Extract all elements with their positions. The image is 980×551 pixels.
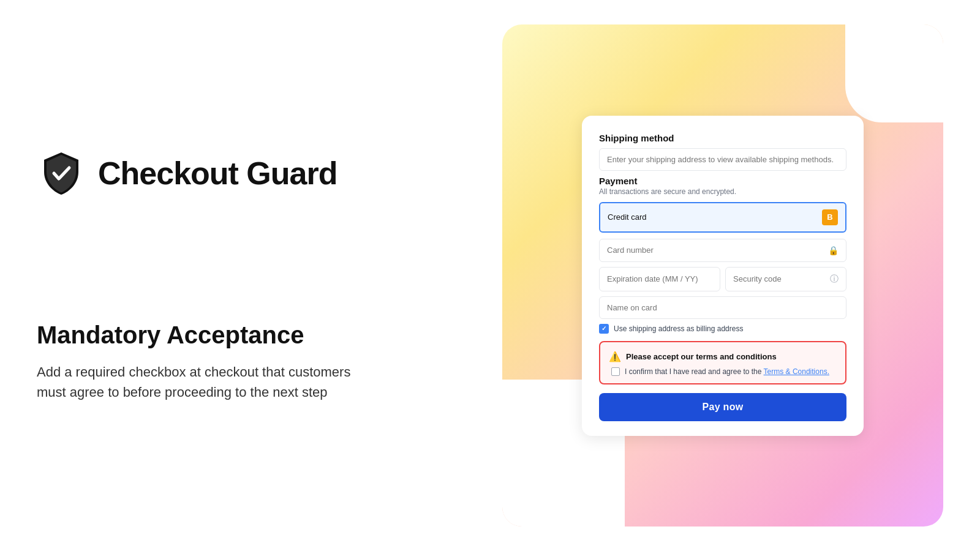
feature-title: Mandatory Acceptance xyxy=(37,320,392,350)
security-code-input[interactable] xyxy=(733,274,830,283)
terms-warning-row: ⚠️ Please accept our terms and condition… xyxy=(609,351,837,362)
badge-b: B xyxy=(822,209,838,225)
shipping-address-input[interactable] xyxy=(607,155,839,164)
left-section: Checkout Guard Mandatory Acceptance Add … xyxy=(37,149,392,402)
feature-description: Add a required checkbox at checkout that… xyxy=(37,362,355,402)
lock-icon: 🔒 xyxy=(828,246,839,255)
warning-icon: ⚠️ xyxy=(609,351,621,362)
expiry-input[interactable] xyxy=(607,274,712,283)
terms-confirm-row[interactable]: I confirm that I have read and agree to … xyxy=(609,367,837,376)
pay-now-button[interactable]: Pay now xyxy=(599,393,846,421)
checkout-card: Shipping method Payment All transactions… xyxy=(582,116,864,436)
expiry-security-row: ⓘ xyxy=(599,267,846,291)
billing-checkbox-row[interactable]: Use shipping address as billing address xyxy=(599,324,846,334)
terms-box: ⚠️ Please accept our terms and condition… xyxy=(599,341,846,384)
terms-checkbox[interactable] xyxy=(611,367,620,376)
card-number-input[interactable] xyxy=(607,246,828,255)
brand-name: Checkout Guard xyxy=(98,155,337,192)
shipping-section-title: Shipping method xyxy=(599,133,846,143)
info-icon: ⓘ xyxy=(830,274,839,285)
security-code-field[interactable]: ⓘ xyxy=(725,267,846,291)
logo-row: Checkout Guard xyxy=(37,149,392,198)
shield-checkmark-icon xyxy=(37,149,86,198)
cutout-top-right xyxy=(845,24,943,122)
terms-confirm-text: I confirm that I have read and agree to … xyxy=(625,367,829,376)
terms-warning-text: Please accept our terms and conditions xyxy=(626,352,777,361)
terms-link[interactable]: Terms & Conditions. xyxy=(764,367,829,376)
card-number-field[interactable]: 🔒 xyxy=(599,239,846,262)
credit-card-option[interactable]: Credit card B xyxy=(599,202,846,233)
payment-subtitle: All transactions are secure and encrypte… xyxy=(599,187,846,196)
name-on-card-input[interactable] xyxy=(607,303,839,312)
right-section: Shipping method Payment All transactions… xyxy=(502,24,943,527)
shipping-address-field[interactable] xyxy=(599,148,846,171)
name-on-card-field[interactable] xyxy=(599,296,846,319)
billing-checkbox[interactable] xyxy=(599,324,609,334)
billing-checkbox-label: Use shipping address as billing address xyxy=(614,324,743,333)
credit-card-label: Credit card xyxy=(608,212,647,222)
payment-section-title: Payment xyxy=(599,176,846,186)
expiry-field[interactable] xyxy=(599,267,720,291)
